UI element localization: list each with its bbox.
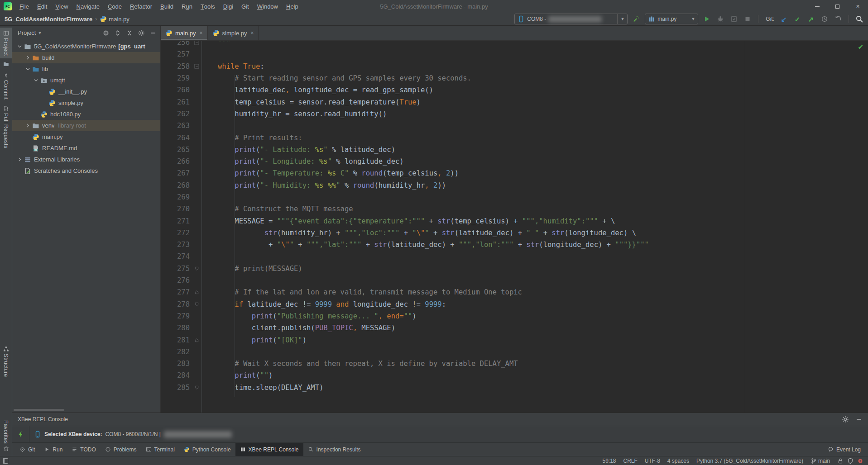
line-number[interactable]: 284 (161, 371, 192, 380)
line-number[interactable]: 275 (161, 265, 192, 273)
line-number[interactable]: 265 (161, 146, 192, 154)
menu-edit[interactable]: Edit (33, 0, 51, 13)
chevron-down-icon[interactable] (24, 66, 32, 72)
tree-item-readme-md[interactable]: MDREADME.md (12, 142, 160, 154)
line-number[interactable]: 269 (161, 193, 192, 201)
close-icon[interactable]: × (200, 30, 203, 36)
close-button[interactable]: × (848, 0, 868, 13)
rollback-button[interactable] (833, 14, 843, 24)
tree-item--init-py[interactable]: __init__.py (12, 86, 160, 97)
open-connection-icon[interactable] (17, 431, 24, 438)
toolwindow-tab-todo[interactable]: TODO (67, 443, 100, 456)
stripe-button-folder[interactable] (0, 58, 12, 70)
menu-tools[interactable]: Tools (197, 0, 219, 13)
error-indicator-icon[interactable] (857, 458, 863, 464)
tool-window-toggle-icon[interactable] (3, 458, 8, 464)
line-number[interactable]: 272 (161, 229, 192, 237)
line-number[interactable]: 259 (161, 74, 192, 82)
tree-item-simple-py[interactable]: simple.py (12, 97, 160, 109)
fold-marker-icon[interactable] (192, 337, 201, 343)
line-number[interactable]: 285 (161, 384, 192, 392)
console-hide-icon[interactable] (855, 416, 863, 423)
git-push-button[interactable]: ↗ (806, 14, 816, 24)
history-button[interactable] (820, 14, 830, 24)
menu-refactor[interactable]: Refactor (126, 0, 156, 13)
menu-digi[interactable]: Digi (219, 0, 237, 13)
python-interpreter[interactable]: Python 3.7 (5G_ColdAssetMonitorFirmware) (696, 458, 803, 464)
stripe-button-commit[interactable]: Commit (0, 70, 12, 102)
line-number[interactable]: 279 (161, 312, 192, 320)
breadcrumb-project[interactable]: 5G_ColdAssetMonitorFirmware (5, 16, 92, 23)
horizontal-scrollbar[interactable] (14, 409, 64, 411)
xbee-device-selector[interactable]: COM8 - ▼ (514, 14, 628, 24)
line-number[interactable]: 266 (161, 157, 192, 166)
expand-all-icon[interactable] (114, 29, 121, 37)
inspection-ok-icon[interactable]: ✔ (858, 43, 863, 51)
run-button[interactable] (702, 14, 712, 24)
line-number[interactable]: 271 (161, 217, 192, 225)
line-number[interactable]: 268 (161, 181, 192, 190)
line-number[interactable]: 264 (161, 134, 192, 142)
event-log-button[interactable]: Event Log (820, 443, 868, 456)
line-number[interactable]: 263 (161, 122, 192, 130)
menu-navigate[interactable]: Navigate (72, 0, 104, 13)
line-number[interactable]: 261 (161, 98, 192, 106)
run-config-arrow[interactable]: ▼ (688, 14, 698, 24)
line-number[interactable]: 277 (161, 288, 192, 296)
menu-run[interactable]: Run (177, 0, 197, 13)
line-number[interactable]: 276 (161, 276, 192, 285)
fold-marker-icon[interactable] (192, 385, 201, 390)
file-encoding[interactable]: UTF-8 (645, 458, 660, 464)
toolwindow-tab-git[interactable]: Git (15, 443, 39, 456)
fold-marker-icon[interactable] (192, 302, 201, 307)
menu-git[interactable]: Git (237, 0, 253, 13)
stripe-button-favorites[interactable]: Favorites (0, 418, 12, 454)
fold-marker-icon[interactable] (192, 266, 201, 271)
device-selector-arrow[interactable]: ▼ (617, 14, 627, 24)
toolwindow-tab-inspection-results[interactable]: Inspection Results (303, 443, 365, 456)
chevron-right-icon[interactable] (24, 55, 32, 61)
chevron-down-icon[interactable] (16, 43, 24, 49)
menu-window[interactable]: Window (253, 0, 282, 13)
toolwindow-tab-python-console[interactable]: Python Console (179, 443, 235, 456)
git-commit-button[interactable]: ✓ (792, 14, 802, 24)
toolwindow-tab-problems[interactable]: Problems (101, 443, 141, 456)
tree-item-lib[interactable]: lib (12, 63, 160, 75)
menu-code[interactable]: Code (104, 0, 126, 13)
git-branch-widget[interactable]: main (810, 458, 830, 464)
stripe-button-pull-requests[interactable]: Pull Requests (0, 103, 12, 151)
chevron-right-icon[interactable] (16, 157, 24, 162)
lock-icon[interactable] (837, 458, 844, 464)
toolwindow-tab-run[interactable]: Run (39, 443, 67, 456)
stop-button[interactable] (743, 14, 753, 24)
collapse-all-icon[interactable] (126, 29, 133, 37)
line-number[interactable]: 278 (161, 300, 192, 308)
caret-position[interactable]: 59:18 (602, 458, 616, 464)
menu-build[interactable]: Build (156, 0, 177, 13)
indent-setting[interactable]: 4 spaces (667, 458, 689, 464)
fold-marker-icon[interactable] (192, 289, 201, 295)
tree-item-hdc1080-py[interactable]: hdc1080.py (12, 109, 160, 120)
editor-tab-main-py[interactable]: main.py× (161, 26, 208, 40)
line-number[interactable]: 257 (161, 50, 192, 58)
locate-file-icon[interactable] (102, 29, 110, 37)
hide-panel-icon[interactable] (149, 29, 157, 37)
tree-item-scratches-and-consoles[interactable]: Scratches and Consoles (12, 165, 160, 176)
tree-item-external-libraries[interactable]: External Libraries (12, 154, 160, 165)
chevron-down-icon[interactable] (32, 77, 40, 83)
debug-button[interactable] (715, 14, 725, 24)
line-number[interactable]: 270 (161, 205, 192, 213)
menu-file[interactable]: File (15, 0, 33, 13)
tree-item-venv[interactable]: venvlibrary root (12, 120, 160, 131)
toolwindow-tab-xbee-repl-console[interactable]: XBee REPL Console (235, 443, 303, 456)
stripe-button-structure[interactable]: Structure (0, 343, 12, 380)
close-icon[interactable]: × (250, 30, 254, 36)
fold-marker-icon[interactable] (192, 41, 201, 45)
chevron-right-icon[interactable] (24, 123, 32, 128)
console-settings-icon[interactable] (842, 416, 849, 423)
tree-item-main-py[interactable]: main.py (12, 131, 160, 142)
gear-icon[interactable] (138, 29, 145, 37)
toolwindow-tab-terminal[interactable]: Terminal (141, 443, 179, 456)
line-number[interactable]: 260 (161, 86, 192, 94)
stripe-button-project[interactable]: Project (0, 28, 12, 58)
